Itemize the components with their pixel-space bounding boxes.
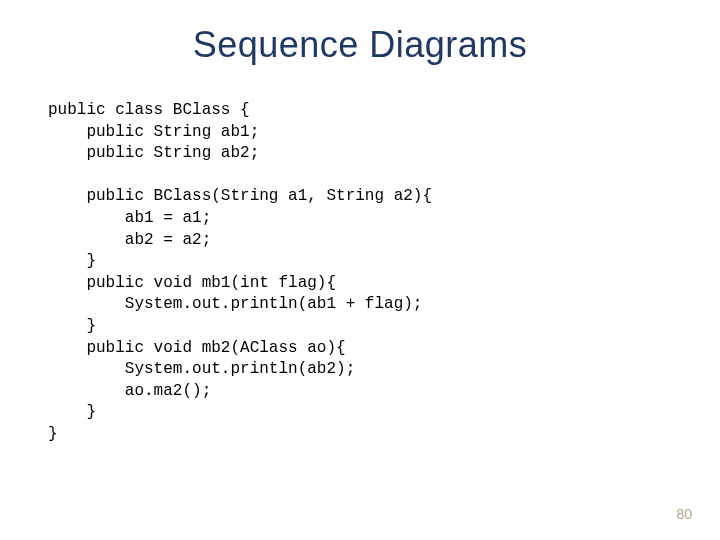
code-line: public void mb2(AClass ao){ bbox=[48, 339, 346, 357]
code-line: public class BClass { bbox=[48, 101, 250, 119]
code-line: } bbox=[48, 403, 96, 421]
code-block: public class BClass { public String ab1;… bbox=[48, 100, 432, 446]
code-line: System.out.println(ab2); bbox=[48, 360, 355, 378]
code-line: public String ab1; bbox=[48, 123, 259, 141]
code-line: } bbox=[48, 317, 96, 335]
page-number: 80 bbox=[676, 506, 692, 522]
code-line: ab2 = a2; bbox=[48, 231, 211, 249]
code-line: ao.ma2(); bbox=[48, 382, 211, 400]
slide-title: Sequence Diagrams bbox=[0, 24, 720, 66]
code-line: ab1 = a1; bbox=[48, 209, 211, 227]
code-line: public String ab2; bbox=[48, 144, 259, 162]
code-line: } bbox=[48, 425, 58, 443]
code-line: } bbox=[48, 252, 96, 270]
code-line: System.out.println(ab1 + flag); bbox=[48, 295, 422, 313]
code-line: public BClass(String a1, String a2){ bbox=[48, 187, 432, 205]
slide: Sequence Diagrams public class BClass { … bbox=[0, 0, 720, 540]
code-line: public void mb1(int flag){ bbox=[48, 274, 336, 292]
